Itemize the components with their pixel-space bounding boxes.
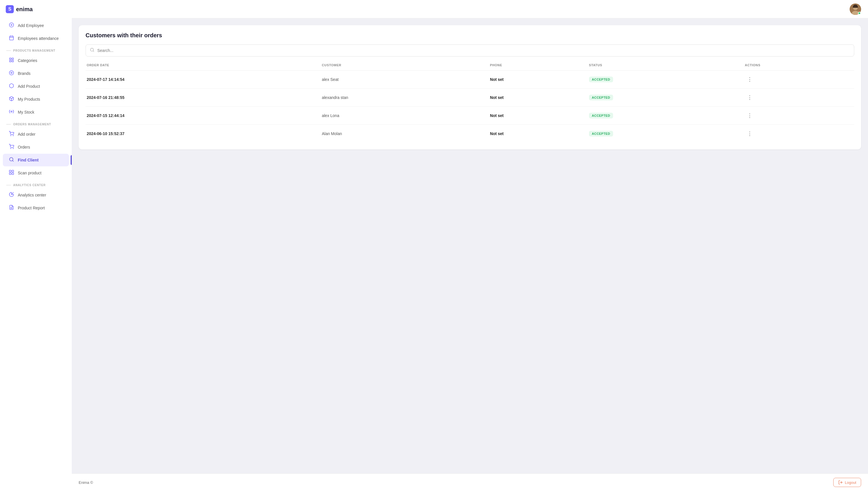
search-input[interactable] — [97, 48, 850, 53]
svg-line-20 — [12, 160, 13, 161]
table-row: 2024-06-10 15:52:37Alan MolanNot setACCE… — [85, 125, 854, 143]
search-icon — [90, 48, 94, 53]
actions-cell[interactable]: ⋮ — [745, 125, 854, 143]
table-body: 2024-07-17 14:14:54alex SeatNot setACCEP… — [85, 70, 854, 143]
svg-line-33 — [93, 51, 94, 52]
section-label-orders-management: ORDERS MANAGEMENT — [0, 119, 72, 127]
order-date-cell: 2024-07-17 14:14:54 — [85, 70, 322, 89]
sidebar-nav: Add EmployeeEmployees attendancePRODUCTS… — [0, 19, 72, 214]
logout-icon — [838, 480, 843, 485]
actions-cell[interactable]: ⋮ — [745, 70, 854, 89]
sidebar-item-add-employee[interactable]: Add Employee — [3, 19, 69, 32]
row-actions-button[interactable]: ⋮ — [745, 129, 755, 138]
find-client-icon — [9, 157, 15, 163]
online-indicator — [858, 12, 861, 15]
status-badge: ACCEPTED — [589, 113, 613, 118]
orders-table: ORDER DATECUSTOMERPHONESTATUSACTIONS 202… — [85, 63, 854, 143]
status-cell: ACCEPTED — [589, 125, 745, 143]
order-date-cell: 2024-07-16 21:48:55 — [85, 89, 322, 107]
page-area: Customers with their orders ORDER DATECU… — [72, 18, 868, 473]
col-status: STATUS — [589, 63, 745, 70]
scan-product-icon — [9, 170, 15, 176]
sidebar-item-scan-product[interactable]: Scan product — [3, 167, 69, 179]
active-indicator — [71, 155, 72, 165]
status-cell: ACCEPTED — [589, 70, 745, 89]
table-row: 2024-07-15 12:44:14alex LonaNot setACCEP… — [85, 107, 854, 125]
brands-icon — [9, 70, 15, 77]
sidebar: S enima Add EmployeeEmployees attendance… — [0, 0, 72, 491]
sidebar-item-label-product-report: Product Report — [18, 206, 45, 210]
status-cell: ACCEPTED — [589, 107, 745, 125]
svg-point-18 — [13, 148, 13, 149]
actions-cell[interactable]: ⋮ — [745, 107, 854, 125]
customer-cell: alex Seat — [322, 70, 490, 89]
svg-point-11 — [9, 71, 14, 75]
search-bar[interactable] — [85, 45, 854, 57]
sidebar-item-brands[interactable]: Brands — [3, 67, 69, 80]
sidebar-item-add-order[interactable]: Add order — [3, 128, 69, 141]
footer: Enima © Logout — [72, 473, 868, 491]
phone-cell: Not set — [490, 70, 589, 89]
sidebar-item-find-client[interactable]: Find Client — [3, 154, 69, 166]
svg-point-12 — [11, 72, 12, 74]
sidebar-item-my-stock[interactable]: My Stock — [3, 106, 69, 118]
avatar[interactable] — [850, 3, 861, 15]
sidebar-item-label-orders: Orders — [18, 145, 30, 149]
svg-rect-23 — [9, 173, 11, 175]
sidebar-item-orders[interactable]: Orders — [3, 141, 69, 153]
my-products-icon — [9, 96, 15, 103]
col-customer: CUSTOMER — [322, 63, 490, 70]
phone-cell: Not set — [490, 125, 589, 143]
sidebar-item-label-my-stock: My Stock — [18, 110, 34, 114]
app-name: enima — [16, 6, 33, 12]
row-actions-button[interactable]: ⋮ — [745, 93, 755, 102]
row-actions-button[interactable]: ⋮ — [745, 111, 755, 120]
sidebar-item-add-product[interactable]: Add Product — [3, 80, 69, 93]
svg-rect-10 — [12, 60, 13, 62]
svg-rect-21 — [9, 170, 11, 172]
svg-point-15 — [10, 135, 11, 136]
analytics-center-icon — [9, 192, 15, 198]
sidebar-item-product-report[interactable]: Product Report — [3, 202, 69, 214]
svg-rect-3 — [9, 36, 13, 40]
col-actions: ACTIONS — [745, 63, 854, 70]
sidebar-item-label-analytics-center: Analytics center — [18, 193, 46, 197]
col-phone: PHONE — [490, 63, 589, 70]
section-label-analytics-center: ANALYTICS CENTER — [0, 179, 72, 189]
order-date-cell: 2024-07-15 12:44:14 — [85, 107, 322, 125]
status-badge: ACCEPTED — [589, 95, 613, 100]
phone-cell: Not set — [490, 107, 589, 125]
orders-icon — [9, 144, 15, 150]
svg-point-16 — [13, 135, 13, 136]
svg-rect-22 — [12, 170, 14, 172]
status-badge: ACCEPTED — [589, 77, 613, 82]
svg-point-14 — [11, 111, 12, 112]
table-row: 2024-07-17 14:14:54alex SeatNot setACCEP… — [85, 70, 854, 89]
sidebar-item-employees-attendance[interactable]: Employees attendance — [3, 32, 69, 45]
categories-icon — [9, 57, 15, 64]
main-content: Customers with their orders ORDER DATECU… — [72, 0, 868, 491]
add-employee-icon — [9, 22, 15, 29]
sidebar-item-categories[interactable]: Categories — [3, 54, 69, 67]
add-order-icon — [9, 131, 15, 137]
sidebar-item-my-products[interactable]: My Products — [3, 93, 69, 106]
svg-rect-8 — [12, 58, 13, 59]
customer-cell: Alan Molan — [322, 125, 490, 143]
logout-button[interactable]: Logout — [833, 478, 861, 487]
svg-rect-31 — [853, 6, 858, 8]
sidebar-item-label-find-client: Find Client — [18, 158, 38, 162]
sidebar-item-analytics-center[interactable]: Analytics center — [3, 189, 69, 201]
sidebar-item-label-employees-attendance: Employees attendance — [18, 36, 59, 41]
sidebar-item-label-brands: Brands — [18, 71, 30, 76]
add-product-icon — [9, 83, 15, 89]
actions-cell[interactable]: ⋮ — [745, 89, 854, 107]
orders-card: Customers with their orders ORDER DATECU… — [79, 25, 861, 149]
row-actions-button[interactable]: ⋮ — [745, 75, 755, 84]
svg-rect-9 — [9, 60, 11, 62]
sidebar-item-label-add-order: Add order — [18, 132, 35, 137]
order-date-cell: 2024-06-10 15:52:37 — [85, 125, 322, 143]
product-report-icon — [9, 205, 15, 211]
topbar — [72, 0, 868, 18]
col-order-date: ORDER DATE — [85, 63, 322, 70]
status-cell: ACCEPTED — [589, 89, 745, 107]
